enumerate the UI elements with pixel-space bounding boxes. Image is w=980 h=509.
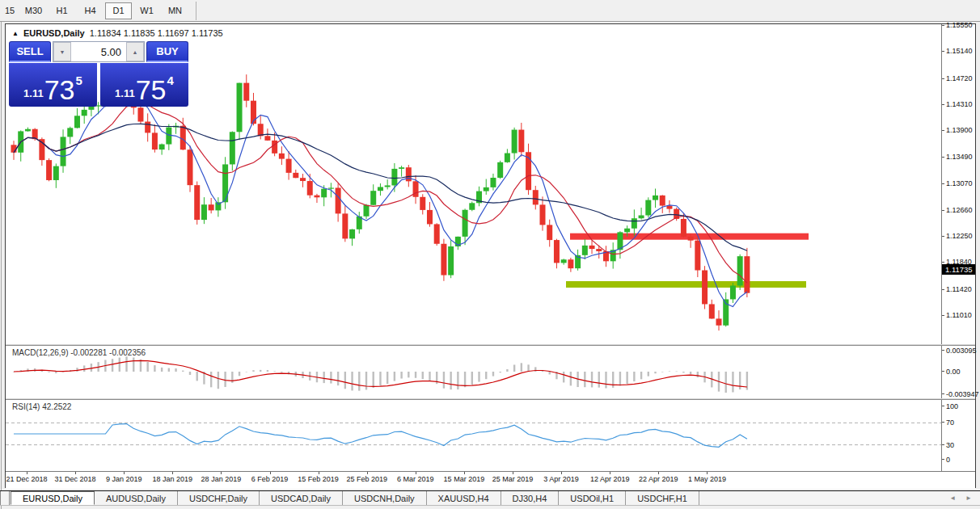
chart-tab[interactable]: USDOil,H1 [559,491,626,505]
tab-prev-icon[interactable]: ◄ [949,494,956,502]
chart-tab[interactable]: DJ30,H4 [501,491,560,505]
date-label: 28 Jan 2019 [201,475,242,483]
date-tick [367,472,368,474]
date-label: 18 Jan 2019 [153,475,193,483]
arrow-up-icon: ▲ [133,49,138,55]
rsi-chart[interactable] [6,400,943,471]
price-axis[interactable]: 1.155501.151401.147201.143101.139001.134… [941,24,975,344]
price-tick [942,315,944,316]
price-axis-label: 1.15550 [946,21,973,29]
mt4-window: 15M30H1H4D1W1MN ▲ EURUSD,Daily 1.11834 1… [0,0,980,509]
date-tick [658,472,659,474]
price-tick [942,183,944,184]
price-axis-label: 1.14310 [946,100,973,108]
indicator-tick [942,459,944,460]
sell-price-pip: 5 [76,74,82,87]
date-tick [561,472,562,474]
price-tick [942,157,944,158]
price-axis-label: 1.13900 [946,126,973,134]
rsi-value: 42.2522 [42,402,71,411]
chart-tab[interactable]: USDCAD,Daily [260,491,343,505]
date-label: 25 Feb 2019 [346,475,387,483]
price-tick [942,104,944,105]
date-label: 15 Feb 2019 [298,475,339,483]
timeframe-button-15[interactable]: 15 [1,2,19,19]
one-click-trading-panel: SELL ▼ 5.00 ▲ BUY 1.11 73 5 1.11 [9,41,188,107]
timeframe-button-h1[interactable]: H1 [49,2,75,19]
date-tick [172,472,173,474]
date-label: 6 Mar 2019 [397,475,434,483]
chart-tab[interactable]: EURUSD,Daily [11,491,95,505]
tab-next-icon[interactable]: ► [965,494,972,502]
timeframe-buttons: 15M30H1H4D1W1MN [0,2,189,19]
date-tick [270,472,271,474]
price-axis-label: 1.13070 [946,179,973,187]
sell-price-display[interactable]: 1.11 73 5 [9,63,97,107]
indicator-tick [942,422,944,423]
rsi-panel: RSI(14) 42.2522 10070300 [6,400,975,471]
indicator-axis-label: 100 [946,402,958,410]
volume-increase-button[interactable]: ▲ [126,42,144,61]
price-chart-panel: ▲ EURUSD,Daily 1.11834 1.11835 1.11697 1… [6,24,975,344]
window-left-edge [1,22,2,509]
chart-symbol-label: EURUSD,Daily [23,28,85,38]
date-tick [610,472,610,474]
chart-tab[interactable]: USDCNH,Daily [343,491,427,505]
indicator-tick [942,444,944,445]
chart-tab[interactable]: USDCHF,H1 [626,491,699,505]
price-tick [942,25,944,26]
chart-tab[interactable]: XAUUSD,H4 [427,491,501,505]
price-axis-label: 1.15140 [946,47,973,55]
timeframe-button-w1[interactable]: W1 [133,2,160,19]
date-label: 22 Apr 2019 [639,475,678,483]
timeframe-button-d1[interactable]: D1 [105,2,132,19]
date-axis[interactable]: 21 Dec 201831 Dec 20189 Jan 201918 Jan 2… [6,471,975,489]
date-tick [464,472,465,474]
date-label: 6 Feb 2019 [251,475,289,483]
price-axis-label: 1.12250 [946,232,973,240]
indicator-axis-label: -0.003947 [946,390,979,398]
chart-tab[interactable]: AUDUSD,Daily [95,491,178,505]
buy-price-display[interactable]: 1.11 75 4 [100,63,188,107]
price-tick [942,78,944,79]
price-axis-label: 1.13490 [946,153,973,161]
current-price-tag: 1.11735 [942,264,975,275]
buy-button[interactable]: BUY [146,41,188,62]
price-tick [942,210,944,211]
date-label: 25 Mar 2019 [492,475,534,483]
indicator-axis-label: 0.003095 [946,347,977,355]
date-label: 12 Apr 2019 [590,475,630,483]
macd-chart[interactable] [6,346,943,398]
timeframe-toolbar: 15M30H1H4D1W1MN [0,0,980,22]
rsi-label: RSI(14) 42.2522 [12,402,71,411]
date-tick [513,472,513,474]
price-axis-label: 1.14720 [946,74,973,82]
date-label: 15 Mar 2019 [444,475,485,483]
arrow-down-icon: ▼ [60,49,65,55]
date-tick [124,472,125,474]
date-label: 31 Dec 2018 [55,475,96,483]
support-line[interactable] [566,281,806,288]
timeframe-button-mn[interactable]: MN [162,2,188,19]
timeframe-button-m30[interactable]: M30 [20,2,47,19]
collapse-icon[interactable]: ▲ [12,30,19,37]
sell-button[interactable]: SELL [9,41,51,62]
date-tick [416,472,416,474]
timeframe-button-h4[interactable]: H4 [77,2,103,19]
date-tick [319,472,319,474]
chart-tab[interactable]: USDCHF,Daily [178,491,260,505]
price-tick [942,289,944,290]
symbol-tab-bar: EURUSD,DailyAUDUSD,DailyUSDCHF,DailyUSDC… [0,490,980,506]
volume-input[interactable]: 5.00 [71,42,126,61]
indicator-axis-label: 0 [946,456,950,464]
macd-name: MACD(12,26,9) [12,348,68,357]
macd-label: MACD(12,26,9) -0.002281 -0.002356 [12,348,146,357]
rsi-axis: 10070300 [941,400,975,471]
chart-quotes-label: 1.11834 1.11835 1.11697 1.11735 [90,28,223,38]
indicator-tick [942,350,944,351]
volume-decrease-button[interactable]: ▼ [53,42,71,61]
date-tick [27,472,27,474]
buy-price-main: 75 [136,78,167,102]
chart-title: ▲ EURUSD,Daily 1.11834 1.11835 1.11697 1… [12,28,223,38]
date-label: 3 Apr 2019 [543,475,579,483]
